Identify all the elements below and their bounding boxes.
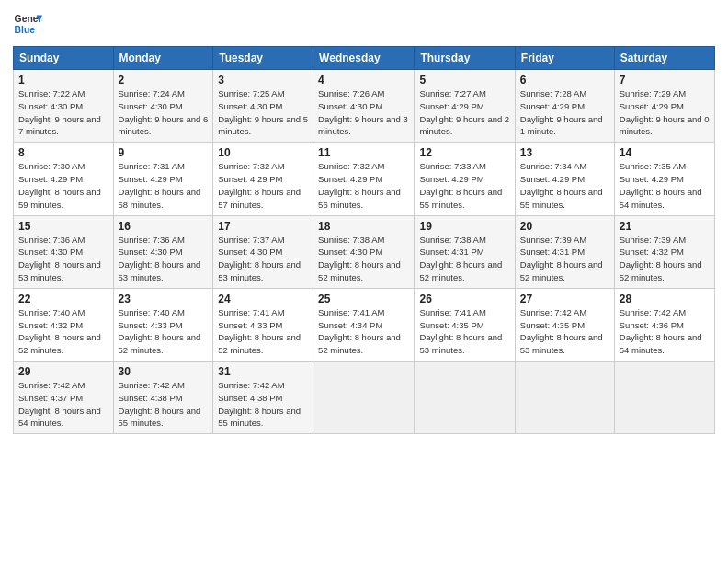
calendar-cell: 17 Sunrise: 7:37 AMSunset: 4:30 PMDaylig… <box>213 215 313 288</box>
calendar-cell: 5 Sunrise: 7:27 AMSunset: 4:29 PMDayligh… <box>415 70 515 143</box>
day-detail: Sunrise: 7:25 AMSunset: 4:30 PMDaylight:… <box>218 88 308 136</box>
calendar-cell <box>313 362 415 434</box>
calendar-cell: 24 Sunrise: 7:41 AMSunset: 4:33 PMDaylig… <box>213 288 313 361</box>
day-number: 27 <box>520 293 609 305</box>
logo: General Blue <box>13 9 42 39</box>
day-number: 20 <box>520 220 609 233</box>
day-number: 21 <box>620 220 710 233</box>
weekday-header-friday: Friday <box>515 47 614 70</box>
day-detail: Sunrise: 7:42 AMSunset: 4:35 PMDaylight:… <box>520 307 603 355</box>
calendar-header-row: SundayMondayTuesdayWednesdayThursdayFrid… <box>14 47 715 70</box>
weekday-header-wednesday: Wednesday <box>313 47 415 70</box>
calendar-cell: 20 Sunrise: 7:39 AMSunset: 4:31 PMDaylig… <box>515 215 614 288</box>
calendar-week-5: 29 Sunrise: 7:42 AMSunset: 4:37 PMDaylig… <box>14 362 715 434</box>
day-detail: Sunrise: 7:41 AMSunset: 4:33 PMDaylight:… <box>218 307 301 355</box>
day-number: 5 <box>419 74 509 86</box>
day-detail: Sunrise: 7:42 AMSunset: 4:38 PMDaylight:… <box>119 380 201 428</box>
calendar-cell <box>415 362 515 434</box>
calendar-cell: 12 Sunrise: 7:33 AMSunset: 4:29 PMDaylig… <box>415 143 515 215</box>
calendar-cell: 15 Sunrise: 7:36 AMSunset: 4:30 PMDaylig… <box>14 215 114 288</box>
day-number: 22 <box>18 293 108 305</box>
day-number: 23 <box>119 293 209 305</box>
day-number: 9 <box>119 146 209 159</box>
calendar-body: 1 Sunrise: 7:22 AMSunset: 4:30 PMDayligh… <box>14 70 715 434</box>
calendar-cell: 11 Sunrise: 7:32 AMSunset: 4:29 PMDaylig… <box>313 143 415 215</box>
calendar-table: SundayMondayTuesdayWednesdayThursdayFrid… <box>13 46 715 434</box>
calendar-cell: 14 Sunrise: 7:35 AMSunset: 4:29 PMDaylig… <box>614 143 714 215</box>
calendar-cell: 23 Sunrise: 7:40 AMSunset: 4:33 PMDaylig… <box>113 288 213 361</box>
calendar-week-4: 22 Sunrise: 7:40 AMSunset: 4:32 PMDaylig… <box>14 288 715 361</box>
weekday-header-monday: Monday <box>113 47 213 70</box>
calendar-cell: 25 Sunrise: 7:41 AMSunset: 4:34 PMDaylig… <box>313 288 415 361</box>
day-detail: Sunrise: 7:26 AMSunset: 4:30 PMDaylight:… <box>318 88 408 136</box>
day-detail: Sunrise: 7:35 AMSunset: 4:29 PMDaylight:… <box>620 161 702 209</box>
calendar-cell: 16 Sunrise: 7:36 AMSunset: 4:30 PMDaylig… <box>113 215 213 288</box>
day-number: 28 <box>620 293 710 305</box>
day-number: 3 <box>218 74 308 86</box>
day-number: 16 <box>119 220 209 233</box>
day-detail: Sunrise: 7:41 AMSunset: 4:35 PMDaylight:… <box>419 307 502 355</box>
day-detail: Sunrise: 7:42 AMSunset: 4:38 PMDaylight:… <box>218 380 301 428</box>
calendar-cell: 27 Sunrise: 7:42 AMSunset: 4:35 PMDaylig… <box>515 288 614 361</box>
day-number: 31 <box>218 365 308 378</box>
day-number: 30 <box>119 365 209 378</box>
day-detail: Sunrise: 7:39 AMSunset: 4:32 PMDaylight:… <box>620 235 702 282</box>
calendar-cell: 10 Sunrise: 7:32 AMSunset: 4:29 PMDaylig… <box>213 143 313 215</box>
day-detail: Sunrise: 7:41 AMSunset: 4:34 PMDaylight:… <box>318 307 401 355</box>
calendar-cell <box>614 362 714 434</box>
calendar-cell: 9 Sunrise: 7:31 AMSunset: 4:29 PMDayligh… <box>113 143 213 215</box>
day-number: 12 <box>419 146 509 159</box>
day-number: 6 <box>520 74 609 86</box>
day-detail: Sunrise: 7:42 AMSunset: 4:36 PMDaylight:… <box>620 307 702 355</box>
calendar-cell: 7 Sunrise: 7:29 AMSunset: 4:29 PMDayligh… <box>614 70 714 143</box>
day-detail: Sunrise: 7:30 AMSunset: 4:29 PMDaylight:… <box>18 161 101 209</box>
calendar-cell: 22 Sunrise: 7:40 AMSunset: 4:32 PMDaylig… <box>14 288 114 361</box>
day-number: 10 <box>218 146 308 159</box>
weekday-header-sunday: Sunday <box>14 47 114 70</box>
calendar-cell: 31 Sunrise: 7:42 AMSunset: 4:38 PMDaylig… <box>213 362 313 434</box>
day-number: 13 <box>520 146 609 159</box>
calendar-cell <box>515 362 614 434</box>
day-detail: Sunrise: 7:38 AMSunset: 4:31 PMDaylight:… <box>419 235 502 282</box>
day-detail: Sunrise: 7:24 AMSunset: 4:30 PMDaylight:… <box>119 88 209 136</box>
calendar-cell: 28 Sunrise: 7:42 AMSunset: 4:36 PMDaylig… <box>614 288 714 361</box>
calendar-cell: 26 Sunrise: 7:41 AMSunset: 4:35 PMDaylig… <box>415 288 515 361</box>
calendar-cell: 6 Sunrise: 7:28 AMSunset: 4:29 PMDayligh… <box>515 70 614 143</box>
day-detail: Sunrise: 7:33 AMSunset: 4:29 PMDaylight:… <box>419 161 502 209</box>
calendar-cell: 30 Sunrise: 7:42 AMSunset: 4:38 PMDaylig… <box>113 362 213 434</box>
day-number: 8 <box>18 146 108 159</box>
weekday-header-saturday: Saturday <box>614 47 714 70</box>
calendar-cell: 18 Sunrise: 7:38 AMSunset: 4:30 PMDaylig… <box>313 215 415 288</box>
day-detail: Sunrise: 7:38 AMSunset: 4:30 PMDaylight:… <box>318 235 401 282</box>
calendar-cell: 19 Sunrise: 7:38 AMSunset: 4:31 PMDaylig… <box>415 215 515 288</box>
svg-text:Blue: Blue <box>15 25 36 35</box>
day-detail: Sunrise: 7:37 AMSunset: 4:30 PMDaylight:… <box>218 235 301 282</box>
day-number: 7 <box>620 74 710 86</box>
day-number: 19 <box>419 220 509 233</box>
day-detail: Sunrise: 7:31 AMSunset: 4:29 PMDaylight:… <box>119 161 201 209</box>
calendar-cell: 3 Sunrise: 7:25 AMSunset: 4:30 PMDayligh… <box>213 70 313 143</box>
day-detail: Sunrise: 7:42 AMSunset: 4:37 PMDaylight:… <box>18 380 101 428</box>
calendar-cell: 4 Sunrise: 7:26 AMSunset: 4:30 PMDayligh… <box>313 70 415 143</box>
calendar-cell: 13 Sunrise: 7:34 AMSunset: 4:29 PMDaylig… <box>515 143 614 215</box>
day-number: 26 <box>419 293 509 305</box>
calendar-week-1: 1 Sunrise: 7:22 AMSunset: 4:30 PMDayligh… <box>14 70 715 143</box>
day-number: 29 <box>18 365 108 378</box>
day-detail: Sunrise: 7:36 AMSunset: 4:30 PMDaylight:… <box>119 235 201 282</box>
day-number: 25 <box>318 293 409 305</box>
day-detail: Sunrise: 7:39 AMSunset: 4:31 PMDaylight:… <box>520 235 603 282</box>
day-number: 2 <box>119 74 209 86</box>
day-number: 14 <box>620 146 710 159</box>
day-detail: Sunrise: 7:40 AMSunset: 4:32 PMDaylight:… <box>18 307 101 355</box>
calendar-cell: 29 Sunrise: 7:42 AMSunset: 4:37 PMDaylig… <box>14 362 114 434</box>
day-detail: Sunrise: 7:32 AMSunset: 4:29 PMDaylight:… <box>318 161 401 209</box>
weekday-header-thursday: Thursday <box>415 47 515 70</box>
calendar-cell: 21 Sunrise: 7:39 AMSunset: 4:32 PMDaylig… <box>614 215 714 288</box>
calendar-cell: 8 Sunrise: 7:30 AMSunset: 4:29 PMDayligh… <box>14 143 114 215</box>
calendar-week-3: 15 Sunrise: 7:36 AMSunset: 4:30 PMDaylig… <box>14 215 715 288</box>
calendar-cell: 1 Sunrise: 7:22 AMSunset: 4:30 PMDayligh… <box>14 70 114 143</box>
logo-icon: General Blue <box>13 9 42 39</box>
day-detail: Sunrise: 7:34 AMSunset: 4:29 PMDaylight:… <box>520 161 603 209</box>
day-number: 24 <box>218 293 308 305</box>
day-number: 11 <box>318 146 409 159</box>
